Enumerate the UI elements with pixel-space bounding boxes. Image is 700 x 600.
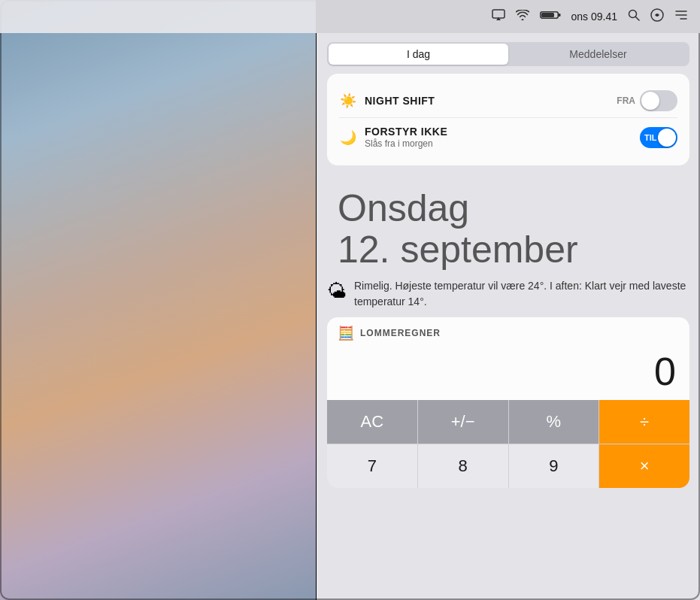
siri-icon[interactable] [650,8,664,25]
dnd-label-group: FORSTYR IKKE Slås fra i morgen [365,126,447,149]
calc-btn-percent[interactable]: % [509,400,599,444]
night-shift-track[interactable] [640,90,677,111]
night-shift-thumb [641,92,659,110]
date-day: Onsdag [338,188,679,229]
calc-header-icon: 🧮 [338,325,354,341]
svg-line-5 [636,17,640,21]
airplay-icon[interactable] [492,9,505,24]
calc-display: 0 [327,346,689,400]
svg-rect-2 [558,14,560,17]
date-month: 12. september [338,229,679,271]
menu-icon[interactable] [674,10,688,23]
calc-btn-divide[interactable]: ÷ [599,400,689,444]
svg-rect-0 [492,10,505,18]
calculator-widget: 🧮 LOMMEREGNER 0 AC +/− % ÷ 7 8 9 × [327,317,689,488]
weather-widget: 🌤 Rimelig. Højeste temperatur vil være 2… [327,278,689,310]
night-shift-label-group: NIGHT SHIFT [365,95,435,107]
calc-btn-9[interactable]: 9 [509,444,599,488]
weather-icon: 🌤 [327,280,347,303]
notification-center: I dag Meddelelser ☀️ NIGHT SHIFT FRA 🌙 [317,33,700,600]
dnd-thumb [658,129,676,147]
night-shift-icon: ☀️ [339,92,357,109]
svg-rect-3 [541,13,554,17]
calc-btn-8[interactable]: 8 [418,444,508,488]
calc-header-label: LOMMEREGNER [360,328,441,338]
menu-bar-icons: ons 09.41 [492,8,689,25]
wifi-icon[interactable] [516,10,529,23]
dnd-sublabel: Slås fra i morgen [365,138,447,149]
night-shift-toggle[interactable]: FRA [617,90,677,111]
tab-today[interactable]: I dag [329,44,508,65]
calc-btn-ac[interactable]: AC [327,400,417,444]
night-shift-row: ☀️ NIGHT SHIFT FRA [339,84,677,117]
battery-icon[interactable] [540,10,561,23]
weather-text: Rimelig. Højeste temperatur vil være 24°… [354,278,689,310]
dnd-icon: 🌙 [339,129,357,146]
desktop-background [0,0,316,600]
menu-bar-time: ons 09.41 [571,11,618,23]
nc-tabs: I dag Meddelelser [327,42,689,66]
tab-notifications[interactable]: Meddelelser [508,44,688,65]
search-icon[interactable] [628,9,640,24]
night-shift-label: NIGHT SHIFT [365,95,435,107]
night-shift-left: ☀️ NIGHT SHIFT [339,92,435,109]
calc-buttons: AC +/− % ÷ 7 8 9 × [327,400,689,488]
calc-btn-plusminus[interactable]: +/− [418,400,508,444]
dnd-track[interactable]: TIL [640,127,677,148]
dnd-row: 🌙 FORSTYR IKKE Slås fra i morgen TIL [339,117,677,155]
dnd-label: FORSTYR IKKE [365,126,447,138]
calc-btn-7[interactable]: 7 [327,444,417,488]
menu-bar: ons 09.41 [0,0,700,33]
dnd-left: 🌙 FORSTYR IKKE Slås fra i morgen [339,126,447,149]
calc-header: 🧮 LOMMEREGNER [327,317,689,346]
toggles-card: ☀️ NIGHT SHIFT FRA 🌙 FORSTYR IKKE Slås f… [327,74,689,165]
dnd-toggle[interactable]: TIL [640,127,677,148]
date-section: Onsdag 12. september [317,173,700,278]
dnd-on-label: TIL [644,133,657,142]
night-shift-off-label: FRA [617,95,635,106]
calc-btn-multiply[interactable]: × [599,444,689,488]
